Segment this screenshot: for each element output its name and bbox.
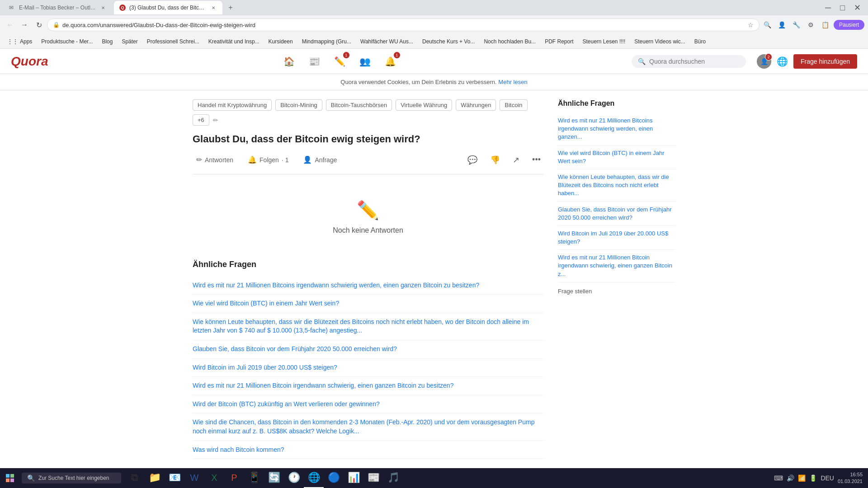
similar-link-5[interactable]: Wird Bitcoin im Juli 2019 über 20.000 US… <box>193 364 337 371</box>
bookmark-apps[interactable]: ⋮⋮ Apps <box>4 38 36 46</box>
reload-button[interactable]: ↻ <box>33 19 45 31</box>
windows-icon <box>5 474 14 483</box>
profile-button[interactable]: Pausiert <box>834 20 864 30</box>
sidebar-link-5[interactable]: Wird Bitcoin im Juli 2019 über 20.000 US… <box>558 230 675 246</box>
similar-link-3[interactable]: Wie können Leute behaupten, dass wir die… <box>193 318 529 334</box>
home-nav-item[interactable]: 🏠 <box>280 52 298 70</box>
avatar[interactable]: 👤 2 <box>757 54 771 69</box>
taskbar-powerpoint[interactable]: P <box>224 468 244 488</box>
bookmark-mindmapping[interactable]: Mindmapping (Gru... <box>298 38 355 46</box>
bookmark-kursideen[interactable]: Kursideen <box>265 38 297 46</box>
similar-link-2[interactable]: Wie viel wird Bitcoin (BTC) in einem Jah… <box>193 300 339 307</box>
bookmark-steuern-videos[interactable]: Steuern Videos wic... <box>631 38 689 46</box>
similar-link-9[interactable]: Was wird nach Bitcoin kommen? <box>193 446 284 453</box>
taskbar-excel[interactable]: X <box>204 468 224 488</box>
tag-edit-icon[interactable]: ✏ <box>213 117 218 124</box>
tab-quora-close[interactable]: ✕ <box>210 4 217 11</box>
tag-waehrungen[interactable]: Währungen <box>456 99 496 111</box>
bookmark-steuern-lesen[interactable]: Steuern Lesen !!!! <box>579 38 629 46</box>
extension-icon-2[interactable]: 🔧 <box>790 19 803 31</box>
news-nav-item[interactable]: 📰 <box>306 52 324 70</box>
share-icon[interactable]: ↗ <box>510 153 522 167</box>
search-input[interactable] <box>649 58 740 65</box>
similar-link-7[interactable]: Wird der Bitcoin (BTC) zukünftig an Wert… <box>193 400 380 408</box>
extension-icon-4[interactable]: 📋 <box>819 19 832 31</box>
taskbar-outlook[interactable]: 📧 <box>165 468 184 488</box>
user-icon[interactable]: 👤 <box>776 19 788 31</box>
taskbar-app-7[interactable]: 🕐 <box>284 468 304 488</box>
taskbar-app-8[interactable]: 📊 <box>344 468 363 488</box>
minimize-button[interactable]: ─ <box>821 3 835 13</box>
similar-link-6[interactable]: Wird es mit nur 21 Millionen Bitcoin irg… <box>193 382 453 389</box>
tag-virtuelle-waehrung[interactable]: Virtuelle Währung <box>396 99 452 111</box>
tab-email[interactable]: ✉ E-Mail – Tobias Becker – Outlook ✕ <box>4 1 112 14</box>
taskbar-edge[interactable]: 🔵 <box>324 468 344 488</box>
tag-more[interactable]: +6 <box>193 114 209 126</box>
follow-button[interactable]: 🔔 Folgen · 1 <box>244 154 292 166</box>
taskbar-app-9[interactable]: 📰 <box>363 468 383 488</box>
tag-bitcoin[interactable]: Bitcoin <box>500 99 527 111</box>
bookmark-blog[interactable]: Blog <box>98 38 116 46</box>
answers-nav-item[interactable]: ✏️ 1 <box>331 52 349 70</box>
tab-email-close[interactable]: ✕ <box>99 4 107 11</box>
tray-icon-1[interactable]: ⌨ <box>774 474 783 482</box>
bookmark-kreativitaet[interactable]: Kreativität und Insp... <box>205 38 263 46</box>
maximize-button[interactable]: □ <box>836 3 849 13</box>
taskbar-spotify[interactable]: 🎵 <box>383 468 403 488</box>
taskbar-search-text: Zur Suche Text hier eingeben <box>38 475 109 481</box>
tray-icon-2[interactable]: 🔊 <box>787 474 794 482</box>
request-button[interactable]: 👤 Anfrage <box>299 154 340 166</box>
bookmark-pdf-report[interactable]: PDF Report <box>541 38 577 46</box>
tray-icon-4[interactable]: 🔋 <box>809 474 817 482</box>
similar-link-8[interactable]: Wie sind die Chancen, dass Bitcoin in de… <box>193 418 534 435</box>
taskbar-search[interactable]: 🔍 Zur Suche Text hier eingeben <box>22 473 121 483</box>
tag-bitcoin-mining[interactable]: Bitcoin-Mining <box>275 99 322 111</box>
close-button[interactable]: ✕ <box>850 3 864 13</box>
taskbar-task-view[interactable]: ⧉ <box>125 468 145 488</box>
address-bar[interactable]: 🔒 de.quora.com/unanswered/Glaubst-Du-das… <box>47 19 760 31</box>
forward-button[interactable]: → <box>18 19 31 31</box>
tag-handel[interactable]: Handel mit Kryptowährung <box>193 99 272 111</box>
back-button[interactable]: ← <box>4 19 16 31</box>
taskbar-chrome[interactable]: 🌐 <box>304 468 324 488</box>
header-search[interactable]: 🔍 <box>632 55 746 68</box>
notifications-nav-item[interactable]: 🔔 1 <box>382 52 400 70</box>
answer-button[interactable]: ✏ Antworten <box>193 154 237 166</box>
language-icon[interactable]: 🌐 <box>777 56 788 67</box>
extension-icon-1[interactable]: 🔍 <box>761 19 774 31</box>
taskbar-explorer[interactable]: 📁 <box>145 468 165 488</box>
add-question-button[interactable]: Frage hinzufügen <box>793 54 857 69</box>
more-icon[interactable]: ••• <box>529 153 543 166</box>
tag-bitcoin-tauschboersen[interactable]: Bitcoin-Tauschbörsen <box>326 99 392 111</box>
spaces-nav-item[interactable]: 👥 <box>356 52 374 70</box>
sidebar-link-4[interactable]: Glauben Sie, dass Bitcoin vor dem Frühja… <box>558 206 675 222</box>
bookmark-produktsuche[interactable]: Produktsuche - Mer... <box>38 38 96 46</box>
similar-link-1[interactable]: Wird es mit nur 21 Millionen Bitcoins ir… <box>193 282 479 289</box>
start-button[interactable] <box>0 468 20 488</box>
new-tab-button[interactable]: + <box>224 1 237 14</box>
taskbar-app-6[interactable]: 🔄 <box>264 468 284 488</box>
sidebar-link-1[interactable]: Wird es mit nur 21 Millionen Bitcoins ir… <box>558 117 675 141</box>
bookmark-buero[interactable]: Büro <box>691 38 709 46</box>
tab-quora[interactable]: Q (3) Glaubst Du, dass der Bitcoin ... ✕ <box>114 1 222 14</box>
sidebar-link-2[interactable]: Wie viel wird Bitcoin (BTC) in einem Jah… <box>558 149 675 165</box>
extension-icon-3[interactable]: ⚙ <box>805 19 817 31</box>
downvote-icon[interactable]: 👎 <box>487 153 503 167</box>
frage-stellen-link[interactable]: Frage stellen <box>558 288 675 295</box>
taskbar-word[interactable]: W <box>184 468 204 488</box>
taskbar-app-5[interactable]: 📱 <box>244 468 264 488</box>
cookie-more-link[interactable]: Mehr lesen <box>498 79 527 85</box>
bookmark-spaeter[interactable]: Später <box>118 38 141 46</box>
tray-icon-3[interactable]: 📶 <box>798 474 806 482</box>
bookmark-deutsche-kurse[interactable]: Deutsche Kurs + Vo... <box>419 38 478 46</box>
sidebar-link-3[interactable]: Wie können Leute behaupten, dass wir die… <box>558 173 675 198</box>
sidebar-link-6[interactable]: Wird es mit nur 21 Millionen Bitcoin irg… <box>558 253 675 278</box>
bookmark-kreativitaet-label: Kreativität und Insp... <box>208 38 259 45</box>
bookmark-star-icon[interactable]: ☆ <box>748 21 754 28</box>
bookmark-blog-label: Blog <box>102 38 113 45</box>
bookmark-professionell[interactable]: Professionell Schrei... <box>143 38 203 46</box>
bookmark-wahlfaecher[interactable]: Wahlfächer WU Aus... <box>357 38 417 46</box>
similar-link-4[interactable]: Glauben Sie, dass Bitcoin vor dem Frühja… <box>193 345 397 352</box>
bookmark-noch-hochladen[interactable]: Noch hochladen Bu... <box>480 38 539 46</box>
comment-icon[interactable]: 💬 <box>465 153 480 167</box>
